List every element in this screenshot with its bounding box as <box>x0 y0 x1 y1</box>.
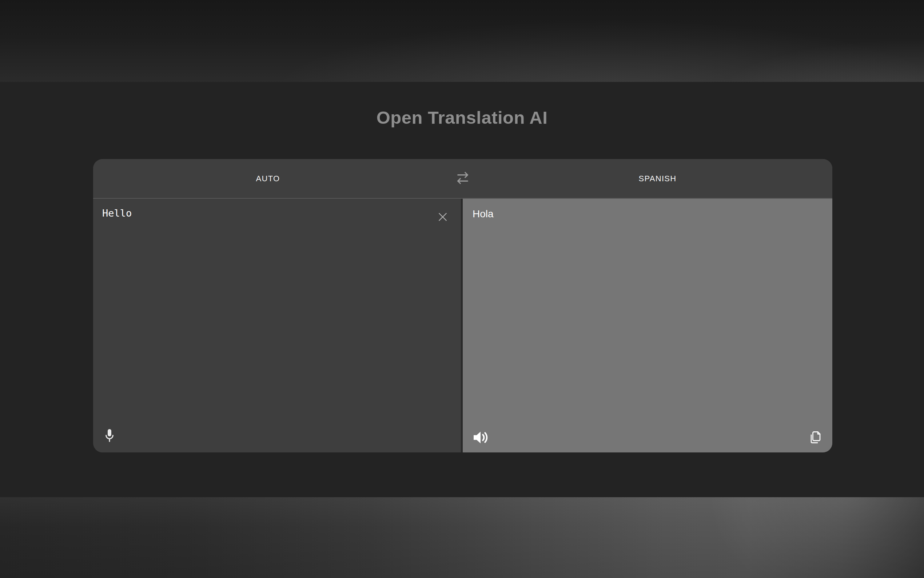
page-title: Open Translation AI <box>0 107 924 128</box>
desktop-glow-top <box>0 0 924 82</box>
target-language-label[interactable]: SPANISH <box>483 174 832 183</box>
copy-translation-button[interactable] <box>809 429 822 445</box>
source-language-label[interactable]: AUTO <box>93 174 443 183</box>
language-header-bar: AUTO SPANISH <box>93 159 832 199</box>
source-text-input[interactable]: Hello <box>102 208 132 219</box>
source-text-panel[interactable]: Hello <box>93 199 461 453</box>
swap-languages-button[interactable] <box>443 159 483 198</box>
swap-arrows-icon <box>455 171 470 186</box>
target-text-panel: Hola <box>463 199 832 453</box>
clear-text-button[interactable] <box>436 210 449 224</box>
microphone-button[interactable] <box>104 428 115 445</box>
desktop-glow-bottom <box>0 497 924 578</box>
speaker-icon <box>472 441 490 446</box>
microphone-icon <box>104 441 115 446</box>
translator-panels: Hello <box>93 199 832 453</box>
copy-icon <box>809 440 822 445</box>
x-clear-icon <box>436 219 449 224</box>
translator-card: AUTO SPANISH Hello <box>93 159 832 453</box>
target-text-output: Hola <box>473 208 494 220</box>
speak-translation-button[interactable] <box>472 430 490 445</box>
